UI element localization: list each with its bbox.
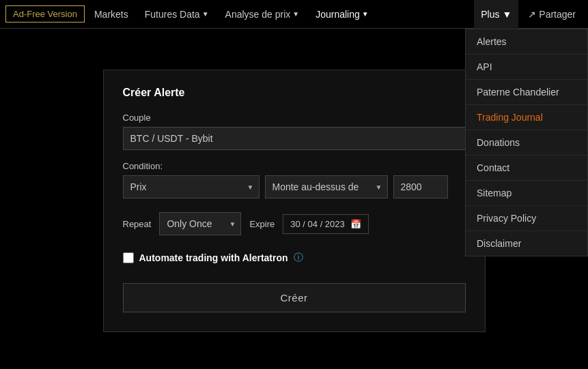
plus-arrow-icon: ▼ (502, 9, 512, 20)
nav-partager[interactable]: ↗ Partager (521, 0, 583, 29)
dropdown-item-contact[interactable]: Contact (466, 156, 587, 181)
share-icon: ↗ (528, 9, 536, 20)
dropdown-item-alertes[interactable]: Alertes (466, 29, 587, 55)
condition-select[interactable]: Monte au-dessus de (265, 175, 388, 198)
futures-arrow-icon: ▼ (202, 10, 209, 18)
navbar: Ad-Free Version Markets Futures Data ▼ A… (0, 0, 588, 29)
repeat-expire-row: Repeat Only Once ▼ Expire 30 / 04 / 2023… (123, 212, 466, 235)
value-input[interactable] (393, 175, 448, 198)
creer-alerte-modal: ✕ Créer Alerte Couple Condition: Prix ▼ … (103, 70, 486, 332)
automate-row: Automate trading with Alertatron ⓘ (123, 252, 466, 264)
repeat-label: Repeat (123, 219, 152, 229)
couple-label: Couple (123, 113, 466, 123)
expire-date-field[interactable]: 30 / 04 / 2023 📅 (283, 214, 369, 234)
creer-button[interactable]: Créer (123, 283, 466, 312)
repeat-select-wrapper: Only Once ▼ (159, 212, 241, 235)
adfree-button[interactable]: Ad-Free Version (5, 5, 85, 23)
dropdown-item-privacy[interactable]: Privacy Policy (466, 206, 587, 231)
info-icon[interactable]: ⓘ (294, 252, 303, 264)
nav-analyse[interactable]: Analyse de prix ▼ (219, 0, 307, 29)
nav-plus[interactable]: Plus ▼ (474, 0, 518, 29)
price-select[interactable]: Prix (123, 175, 260, 198)
automate-label: Automate trading with Alertatron (139, 252, 288, 263)
nav-futures[interactable]: Futures Data ▼ (138, 0, 216, 29)
condition-select-wrapper: Monte au-dessus de ▼ (265, 175, 388, 198)
repeat-select[interactable]: Only Once (159, 212, 241, 235)
nav-markets[interactable]: Markets (87, 0, 135, 29)
journaling-arrow-icon: ▼ (362, 10, 369, 18)
dropdown-item-trading-journal[interactable]: Trading Journal (466, 105, 587, 130)
automate-checkbox[interactable] (123, 252, 134, 263)
couple-input[interactable] (123, 127, 466, 150)
analyse-arrow-icon: ▼ (292, 10, 299, 18)
modal-title: Créer Alerte (123, 87, 466, 99)
expire-date-value: 30 / 04 / 2023 (290, 219, 345, 229)
dropdown-item-sitemap[interactable]: Sitemap (466, 181, 587, 206)
condition-row: Prix ▼ Monte au-dessus de ▼ (123, 175, 466, 198)
expire-label: Expire (249, 219, 275, 229)
dropdown-item-disclaimer[interactable]: Disclaimer (466, 231, 587, 256)
dropdown-item-paterne[interactable]: Paterne Chandelier (466, 80, 587, 105)
condition-label: Condition: (123, 161, 466, 171)
calendar-icon: 📅 (350, 219, 361, 229)
dropdown-item-api[interactable]: API (466, 55, 587, 80)
plus-dropdown-menu: Alertes API Paterne Chandelier Trading J… (465, 29, 588, 256)
price-select-wrapper: Prix ▼ (123, 175, 260, 198)
dropdown-item-donations[interactable]: Donations (466, 130, 587, 156)
nav-journaling[interactable]: Journaling ▼ (309, 0, 376, 29)
